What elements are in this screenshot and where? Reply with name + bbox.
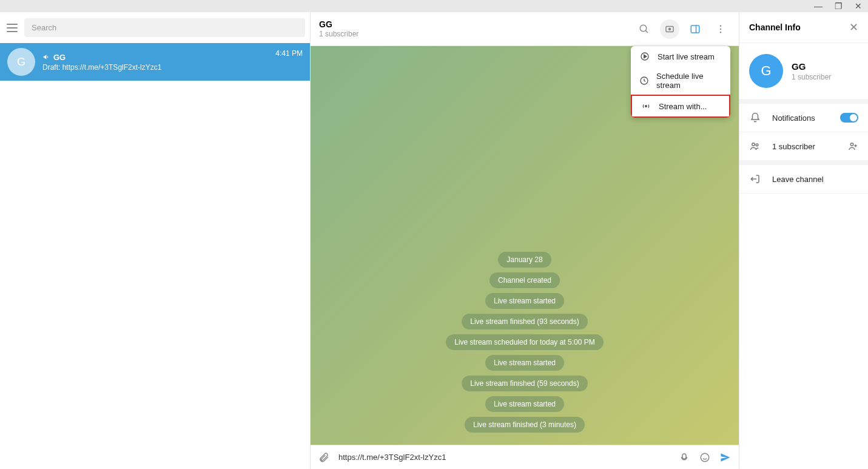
svg-point-7 [720,28,721,29]
more-icon[interactable] [711,19,730,39]
svg-point-14 [756,144,758,146]
add-user-icon[interactable] [847,141,858,152]
service-message: Live stream started [485,293,564,309]
chat-header: GG 1 subscriber [311,12,739,46]
close-window-button[interactable]: ✕ [855,1,862,11]
search-icon[interactable] [634,19,654,39]
svg-point-6 [720,25,721,26]
svg-point-12 [701,453,709,462]
service-message: January 28 [498,252,551,268]
channel-name: GG [792,61,831,72]
left-panel: Search G GG Draft: https://t.me/+3TSglF2… [0,12,311,469]
chat-view: GG 1 subscriber [311,12,739,469]
broadcast-icon [641,101,651,112]
play-icon [639,51,650,62]
service-message: Channel created [490,272,560,288]
svg-point-3 [669,28,671,30]
maximize-button[interactable]: ❐ [835,1,843,11]
start-stream-item[interactable]: Start live stream [631,46,730,67]
service-message: Live stream finished (93 seconds) [462,314,587,329]
service-message: Live stream started [485,355,564,371]
attach-icon[interactable] [318,451,330,464]
sidepanel-icon[interactable] [685,19,705,39]
service-message: Live stream started [485,396,564,412]
notifications-toggle[interactable] [840,113,858,123]
chat-title: GG [53,53,66,62]
svg-rect-4 [691,25,699,33]
schedule-stream-item[interactable]: Schedule live stream [631,67,730,95]
service-message: Live stream scheduled for today at 5:00 … [446,334,603,350]
panel-title: Channel Info [749,22,801,32]
notifications-row[interactable]: Notifications [739,104,868,132]
chat-time: 4:41 PM [275,49,303,58]
megaphone-icon [42,53,51,61]
svg-point-13 [752,143,755,146]
chat-preview: Draft: https://t.me/+3TSglF2xt-lzYzc1 [42,63,268,72]
chat-avatar: G [7,48,35,76]
minimize-button[interactable]: — [814,1,823,11]
mute-icon[interactable] [678,451,690,464]
window-titlebar: — ❐ ✕ [0,0,868,12]
send-button[interactable] [719,451,732,464]
leave-icon [749,174,761,184]
chat-header-subtitle: 1 subscriber [319,30,634,38]
close-icon[interactable]: ✕ [849,21,858,34]
emoji-icon[interactable] [699,451,711,464]
message-input[interactable] [338,453,670,462]
subscribers-row[interactable]: 1 subscriber [739,132,868,165]
svg-line-1 [645,30,648,33]
clock-icon [639,75,649,86]
menu-button[interactable] [5,21,19,35]
svg-point-11 [645,106,647,107]
service-message: Live stream finished (3 minutes) [465,417,585,433]
service-message: Live stream finished (59 seconds) [462,376,587,391]
channel-info-panel: Channel Info ✕ G GG 1 subscriber Notific… [739,12,868,469]
stream-with-item[interactable]: Stream with... [631,95,730,118]
channel-subscribers: 1 subscriber [792,73,831,81]
svg-point-15 [850,143,853,146]
leave-channel-row[interactable]: Leave channel [739,165,868,194]
live-stream-icon[interactable] [660,19,679,39]
channel-avatar: G [749,54,783,88]
chat-header-title: GG [319,19,634,29]
svg-point-8 [720,32,721,33]
chat-list-item[interactable]: G GG Draft: https://t.me/+3TSglF2xt-lzYz… [0,43,310,81]
svg-point-0 [640,25,647,32]
search-input[interactable]: Search [24,18,305,37]
bell-icon [749,112,761,123]
people-icon [749,141,761,152]
stream-dropdown: Start live stream Schedule live stream S… [631,46,730,118]
message-input-bar [311,445,739,469]
